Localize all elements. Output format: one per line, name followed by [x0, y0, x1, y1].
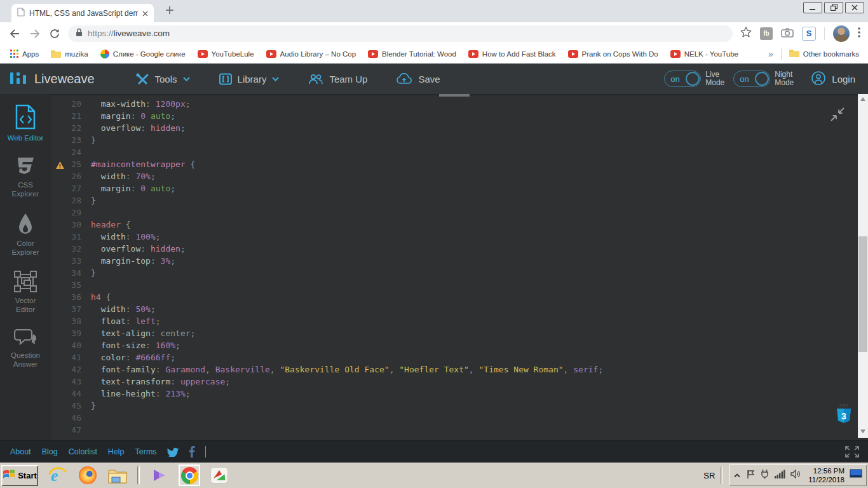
code-line[interactable]: 22 overflow: hidden;: [51, 122, 858, 134]
code-line[interactable]: 37 width: 50%;: [51, 303, 858, 315]
new-tab-button[interactable]: [163, 4, 177, 18]
code-line[interactable]: 34}: [51, 267, 858, 279]
code-line[interactable]: 47: [51, 424, 858, 436]
liveweave-logo[interactable]: Liveweave: [0, 70, 95, 88]
toggle-knob[interactable]: [686, 72, 700, 86]
code-line[interactable]: 38 float: left;: [51, 315, 858, 327]
code-line[interactable]: 23}: [51, 134, 858, 146]
hidden-icons-chevron[interactable]: [733, 470, 741, 481]
minimize-button[interactable]: [803, 2, 822, 13]
sidebar-item-web-editor[interactable]: Web Editor: [2, 104, 49, 142]
bookmark-audio-library-no-cop[interactable]: Audio Library – No Cop: [266, 50, 356, 58]
code-line[interactable]: 43 text-transform: uppercase;: [51, 376, 858, 388]
power-plug-icon[interactable]: [760, 469, 770, 482]
bookmark-prank-on-cops-with-do[interactable]: Prank on Cops With Do: [568, 50, 658, 58]
bookmark-blender-tutorial-wood[interactable]: Blender Tutorial: Wood: [368, 50, 456, 58]
sidebar-item-color-explorer[interactable]: Color Explorer: [2, 212, 49, 257]
code-line[interactable]: 21 margin: 0 auto;: [51, 110, 858, 122]
other-bookmarks-button[interactable]: Other bookmarks: [789, 49, 859, 58]
code-line[interactable]: 20 max-width: 1200px;: [51, 98, 858, 110]
volume-speaker-icon[interactable]: [790, 470, 801, 481]
taskbar-app-internet-explorer[interactable]: e: [48, 465, 68, 485]
back-button[interactable]: [9, 29, 20, 39]
code-line[interactable]: 42 font-family: Garamond, Baskerville, "…: [51, 363, 858, 376]
code-line[interactable]: 39 text-align: center;: [51, 327, 858, 339]
taskbar-app-firefox[interactable]: [78, 465, 98, 485]
code-line[interactable]: 35: [51, 279, 858, 291]
close-button[interactable]: [845, 2, 864, 13]
code-line[interactable]: 40 font-size: 160%;: [51, 339, 858, 351]
code-line[interactable]: 33 margin-top: 3%;: [51, 255, 858, 267]
night-mode-pill[interactable]: on: [733, 71, 770, 87]
collapse-pane-icon[interactable]: [830, 107, 845, 125]
action-center-flag-icon[interactable]: [746, 470, 755, 482]
bookmarks-overflow-chevron[interactable]: »: [768, 49, 773, 59]
sidebar-item-css-explorer[interactable]: CSS Explorer: [2, 156, 49, 198]
sidebar-item-vector-editor[interactable]: Vector Editor: [2, 271, 49, 314]
menu-dots-icon[interactable]: [858, 27, 860, 40]
twitter-icon[interactable]: [166, 447, 179, 457]
fb-extension-icon[interactable]: fb: [760, 27, 773, 40]
night-mode-toggle[interactable]: on NightMode: [733, 71, 794, 87]
code-lines[interactable]: 20 max-width: 1200px;21 margin: 0 auto;2…: [51, 98, 858, 436]
taskbar-app-file-explorer[interactable]: [107, 465, 128, 485]
scrollbar-thumb[interactable]: [858, 236, 867, 352]
https-lock-icon[interactable]: [76, 28, 83, 39]
forward-button[interactable]: [29, 29, 41, 39]
bookmark-muzika[interactable]: muzika: [51, 50, 88, 58]
footer-link-blog[interactable]: Blog: [42, 447, 58, 456]
menu-item-library[interactable]: Library: [219, 73, 280, 85]
fullscreen-expand-icon[interactable]: [844, 445, 868, 459]
bookmark-how-to-add-fast-black[interactable]: How to Add Fast Black: [468, 50, 556, 58]
page-scrollbar[interactable]: [858, 94, 868, 438]
camera-extension-icon[interactable]: [781, 27, 794, 40]
code-line[interactable]: 28}: [51, 194, 858, 207]
sidebar-item-question-answer[interactable]: Question Answer: [2, 328, 49, 369]
taskbar-app-download-manager[interactable]: [209, 465, 229, 485]
code-line[interactable]: 26 width: 70%;: [51, 170, 858, 182]
footer-link-terms[interactable]: Terms: [135, 447, 157, 456]
start-button[interactable]: Start: [1, 465, 38, 486]
scroll-down-icon[interactable]: [858, 428, 868, 435]
browser-tab[interactable]: HTML, CSS and JavaScript demo - Li: [11, 4, 154, 22]
bookmark-nelk-youtube[interactable]: NELK - YouTube: [670, 50, 738, 58]
css-code-editor[interactable]: 20 max-width: 1200px;21 margin: 0 auto;2…: [51, 94, 858, 440]
code-line[interactable]: 31 width: 100%;: [51, 231, 858, 243]
live-mode-toggle[interactable]: on LiveMode: [664, 71, 724, 87]
display-tray-icon[interactable]: [850, 469, 862, 482]
code-line[interactable]: 41 color: #6666ff;: [51, 351, 858, 363]
bookmark-google[interactable]: Слике - Google слике: [100, 50, 186, 58]
code-line[interactable]: 45}: [51, 400, 858, 412]
bookmark-youtubelule[interactable]: YouTubeLule: [198, 50, 254, 58]
address-bar[interactable]: https://liveweave.com: [68, 25, 733, 42]
toggle-knob[interactable]: [755, 72, 769, 86]
footer-link-help[interactable]: Help: [108, 447, 125, 456]
live-mode-pill[interactable]: on: [664, 71, 701, 87]
menu-item-save[interactable]: Save: [397, 73, 440, 85]
footer-link-colorlist[interactable]: Colorlist: [69, 447, 97, 456]
reload-button[interactable]: [50, 29, 60, 39]
menu-item-tools[interactable]: Tools: [135, 73, 190, 85]
code-line[interactable]: 44 line-height: 213%;: [51, 388, 858, 400]
footer-link-about[interactable]: About: [10, 447, 31, 456]
code-line[interactable]: 36h4 {: [51, 291, 858, 303]
language-indicator[interactable]: SR: [703, 471, 715, 480]
code-line[interactable]: 25#maincontentwrapper {: [51, 158, 858, 170]
bookmark-star-icon[interactable]: [740, 27, 752, 40]
code-line[interactable]: 29: [51, 207, 858, 219]
splitter-grip[interactable]: [439, 94, 470, 97]
code-line[interactable]: 24: [51, 146, 858, 158]
code-line[interactable]: 30header {: [51, 219, 858, 231]
code-line[interactable]: 27 margin: 0 auto;: [51, 182, 858, 194]
taskbar-clock[interactable]: 12:56 PM 11/22/2018: [808, 466, 844, 484]
restore-button[interactable]: [824, 2, 843, 13]
scroll-up-icon[interactable]: [858, 95, 868, 103]
taskbar-app-chrome[interactable]: [179, 465, 200, 485]
menu-item-team-up[interactable]: Team Up: [308, 74, 367, 85]
tab-close-icon[interactable]: [142, 8, 148, 19]
bookmark-apps[interactable]: Apps: [10, 50, 39, 58]
taskbar-app-kmplayer[interactable]: [149, 465, 170, 485]
code-line[interactable]: 32 overflow: hidden;: [51, 243, 858, 255]
profile-avatar[interactable]: [833, 25, 850, 42]
s-extension-icon[interactable]: S: [802, 27, 816, 41]
